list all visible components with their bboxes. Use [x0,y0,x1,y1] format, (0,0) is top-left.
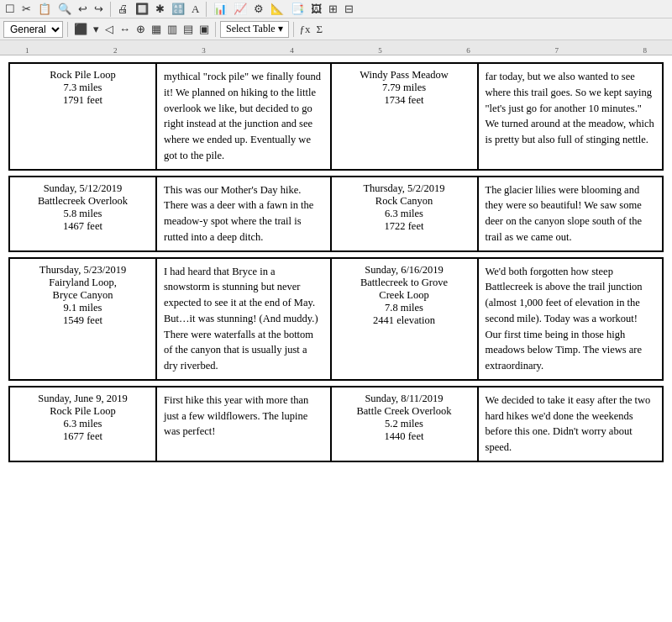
icon-a[interactable]: A [190,3,201,16]
table-row: Rock Pile Loop 7.3 miles 1791 feet mythi… [9,63,663,170]
gap-row-0 [9,170,663,177]
icon-img[interactable]: 🖼 [309,3,323,16]
trail-miles-3-left: 6.3 miles [17,418,149,430]
cell-info-0-left: Rock Pile Loop 7.3 miles 1791 feet [9,63,156,170]
divider-2 [206,2,207,17]
icon-grid-add[interactable]: ⊞ [327,3,339,16]
icon-tb8[interactable]: ▤ [181,23,195,36]
icon-sigma[interactable]: Σ [315,23,325,36]
divider-4 [215,22,216,37]
trail-feet-2-left: 1549 feet [17,314,149,327]
main-table: Rock Pile Loop 7.3 miles 1791 feet mythi… [8,62,664,462]
trail-elev-2-right: 2441 elevation [339,314,470,327]
trail-feet-0-right: 1734 feet [339,94,470,107]
ruler: 1 2 3 4 5 6 7 8 [0,40,672,55]
icon-tb1[interactable]: ⬛ [72,23,89,36]
icon-chart[interactable]: 📊 [212,3,228,16]
trail-miles-3-right: 5.2 miles [339,418,470,430]
trail-feet-1-left: 1467 feet [17,220,149,233]
cell-info-1-right: Thursday, 5/2/2019 Rock Canyon 6.3 miles… [331,177,478,251]
cell-info-3-right: Sunday, 8/11/2019 Battle Creek Overlook … [331,387,478,461]
select-table-label: Select Table [226,23,276,35]
trail-feet-3-left: 1677 feet [17,430,149,443]
trail-name-0-right: Windy Pass Meadow [339,69,470,82]
icon-print[interactable]: 🖨 [116,3,130,16]
icon-tb6[interactable]: ▦ [150,23,163,36]
icon-text[interactable]: 🔠 [170,3,186,16]
icon-2[interactable]: ✂ [20,3,33,16]
cell-info-0-right: Windy Pass Meadow 7.79 miles 1734 feet [331,63,478,170]
trail-date-2-right: Sunday, 6/16/2019 [339,264,470,277]
document-area: Rock Pile Loop 7.3 miles 1791 feet mythi… [0,55,672,620]
divider-3 [67,22,68,37]
trail-name-0-left: Rock Pile Loop [17,69,149,82]
trail-miles-0-right: 7.79 miles [339,82,470,94]
trail-name-2-right: Battlecreek to Grove [339,277,470,289]
cell-info-3-left: Sunday, June 9, 2019 Rock Pile Loop 6.3 … [9,387,156,461]
icon-toolbar: ☐ ✂ 📋 🔍 ↩ ↪ 🖨 🔲 ✱ 🔠 A 📊 📈 ⚙ 📐 📑 🖼 ⊞ ⊟ [0,0,672,18]
icon-tb5[interactable]: ⊕ [134,23,147,36]
font-selector[interactable]: General [3,21,63,38]
gap-row-2 [9,380,663,387]
icon-doc[interactable]: 📑 [289,3,306,16]
trail-miles-0-left: 7.3 miles [17,82,149,94]
divider-1 [110,2,111,17]
icon-tb2[interactable]: ▾ [92,23,101,36]
cell-desc-2-left: I had heard that Bryce in a snowstorm is… [156,258,331,380]
cell-desc-0-left: mythical "rock pile" we finally found it… [156,63,331,170]
icon-star[interactable]: ✱ [154,3,166,16]
icon-tb4[interactable]: ↔ [118,23,132,36]
cell-info-2-left: Thursday, 5/23/2019 Fairyland Loop, Bryc… [9,258,156,380]
cell-desc-1-right: The glacier lilies were blooming and the… [478,177,663,251]
select-table-arrow: ▾ [278,23,283,35]
icon-ruler[interactable]: 📐 [269,3,286,16]
icon-grid-remove[interactable]: ⊟ [343,3,355,16]
icon-1[interactable]: ☐ [3,3,17,16]
icon-settings[interactable]: ⚙ [252,3,265,16]
trail-date-1-right: Thursday, 5/2/2019 [339,182,470,195]
icon-box[interactable]: 🔲 [134,3,150,16]
trail-miles-2-right: 7.8 miles [339,302,470,314]
cell-info-1-left: Sunday, 5/12/2019 Battlecreek Overlook 5… [9,177,156,251]
cell-desc-0-right: far today, but we also wanted to see whe… [478,63,663,170]
icon-fx[interactable]: ƒx [298,23,312,36]
trail-miles-2-left: 9.1 miles [17,302,149,314]
trail-feet-0-left: 1791 feet [17,94,149,107]
icon-undo[interactable]: ↩ [76,3,89,16]
main-toolbar: General ⬛ ▾ ◁ ↔ ⊕ ▦ ▥ ▤ ▣ Select Table ▾… [0,18,672,40]
cell-desc-2-right: We'd both forgotten how steep Battlecree… [478,258,663,380]
trail-date-3-right: Sunday, 8/11/2019 [339,393,470,405]
icon-search[interactable]: 🔍 [56,3,73,16]
table-row: Thursday, 5/23/2019 Fairyland Loop, Bryc… [9,258,663,380]
icon-graph[interactable]: 📈 [232,3,249,16]
cell-desc-3-right: We decided to take it easy after the two… [478,387,663,461]
gap-row-1 [9,251,663,258]
cell-info-2-right: Sunday, 6/16/2019 Battlecreek to Grove C… [331,258,478,380]
icon-redo[interactable]: ↪ [92,3,105,16]
trail-miles-1-left: 5.8 miles [17,208,149,220]
table-row: Sunday, June 9, 2019 Rock Pile Loop 6.3 … [9,387,663,461]
divider-5 [293,22,294,37]
trail-name-1-right: Rock Canyon [339,195,470,208]
trail-date-1-left: Sunday, 5/12/2019 [17,182,149,195]
trail-feet-3-right: 1440 feet [339,430,470,443]
trail-canyon-2-left: Bryce Canyon [17,289,149,302]
trail-date-3-left: Sunday, June 9, 2019 [17,393,149,405]
table-row: Sunday, 5/12/2019 Battlecreek Overlook 5… [9,177,663,251]
trail-miles-1-right: 6.3 miles [339,208,470,220]
icon-tb9[interactable]: ▣ [197,23,211,36]
ruler-marks: 1 2 3 4 5 6 7 8 [8,46,664,55]
trail-name-2-left: Fairyland Loop, [17,277,149,289]
trail-date-2-left: Thursday, 5/23/2019 [17,264,149,277]
trail-name-3-left: Rock Pile Loop [17,405,149,418]
trail-loop-2-right: Creek Loop [339,289,470,302]
cell-desc-3-left: First hike this year with more than just… [156,387,331,461]
trail-name-3-right: Battle Creek Overlook [339,405,470,418]
icon-tb7[interactable]: ▥ [165,23,179,36]
icon-tb3[interactable]: ◁ [103,23,115,36]
trail-name-1-left: Battlecreek Overlook [17,195,149,208]
trail-feet-1-right: 1722 feet [339,220,470,233]
cell-desc-1-left: This was our Mother's Day hike. There wa… [156,177,331,251]
select-table-button[interactable]: Select Table ▾ [220,21,289,38]
icon-copy[interactable]: 📋 [36,3,53,16]
